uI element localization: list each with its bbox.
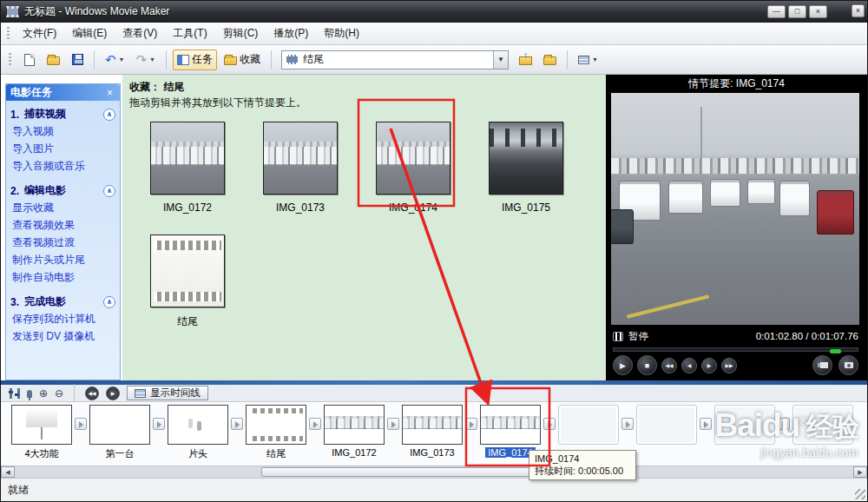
forward-button[interactable]: ▶▶ [721,358,737,373]
back-button[interactable]: ◀◀ [661,358,677,373]
section-number: 1. [10,109,19,121]
van-shape [710,179,740,207]
clip-label: 结尾 [266,448,286,459]
timeline-toolbar: ⊕ ⊖ ◀◀ ▶ 显示时间线 [1,385,867,402]
seek-bar[interactable] [613,347,858,352]
storyboard-empty-slot[interactable] [558,405,619,445]
menu-item-view[interactable]: 查看(V) [115,23,165,44]
link-save-to-computer[interactable]: 保存到我的计算机 [12,312,115,327]
van-shape [779,181,809,215]
link-import-video[interactable]: 导入视频 [12,124,115,139]
storyboard-empty-slot[interactable] [792,405,853,445]
camera-icon [845,362,853,368]
storyboard-clip-3[interactable]: 片头 [168,405,228,460]
minimize-button[interactable]: — [767,5,786,18]
audio-levels-icon[interactable] [10,388,20,399]
transition-cell[interactable] [231,418,243,430]
empty-clip-slot [636,405,697,445]
transition-cell[interactable] [543,418,556,430]
narrate-timeline-icon[interactable] [27,390,32,398]
collection-dropdown[interactable]: 结尾 ▼ [281,50,509,69]
zoom-in-icon[interactable]: ⊕ [39,387,48,400]
collections-toggle-button[interactable]: 收藏 [220,50,265,70]
scroll-left-icon[interactable]: ◀ [1,466,15,478]
storyboard-clip-4[interactable]: 结尾 [246,405,306,460]
panel-close-icon[interactable]: × [104,87,115,99]
open-project-button[interactable] [43,50,64,70]
storyboard-clip-img-0173[interactable]: IMG_0173 [402,405,463,458]
play-storyboard-button[interactable]: ▶ [106,386,120,400]
next-frame-button[interactable]: ▶ [701,358,717,373]
close-button[interactable]: × [809,5,827,18]
menu-item-play[interactable]: 播放(P) [266,23,316,44]
movie-maker-window: 无标题 - Windows Movie Maker — □ × × 文件(F) … [0,0,868,502]
clip-thumbnail [150,234,225,307]
show-timeline-button[interactable]: 显示时间线 [127,386,208,400]
titlebar-extra-close-button[interactable]: × [852,4,865,17]
storyboard-clip-img-0172[interactable]: IMG_0172 [324,405,385,458]
transition-cell[interactable] [153,418,165,430]
storyboard-clip-1[interactable]: 4大功能 [11,405,72,460]
views-dropdown-icon: ▼ [592,56,598,63]
maximize-button[interactable]: □ [788,5,806,18]
window-controls: — □ × [767,5,827,18]
link-show-collections[interactable]: 显示收藏 [12,201,115,215]
status-text: 就绪 [8,483,29,498]
collection-item-img-0175[interactable]: IMG_0175 [489,122,563,214]
transition-cell[interactable] [309,418,321,430]
menu-item-file[interactable]: 文件(F) [15,23,64,44]
take-picture-button[interactable] [838,355,858,375]
tasks-toggle-button[interactable]: 任务 [173,50,217,70]
open-folder-icon [47,56,60,65]
views-grid-icon [578,56,589,64]
zoom-out-icon[interactable]: ⊖ [55,387,63,400]
views-button[interactable]: ▼ [574,50,602,70]
transition-cell[interactable] [75,418,87,430]
storyboard-empty-slot[interactable] [714,405,775,445]
transition-cell[interactable] [621,418,634,430]
horizontal-scrollbar[interactable]: ◀ ▶ [1,466,867,478]
menu-item-edit[interactable]: 编辑(E) [64,23,115,44]
collection-item-img-0174[interactable]: IMG_0174 [376,122,450,214]
collection-dropdown-arrow[interactable]: ▼ [493,51,508,69]
link-import-audio[interactable]: 导入音频或音乐 [12,159,115,174]
clip-label: IMG_0175 [489,201,563,214]
collection-item-credits[interactable]: 结尾 [150,234,225,329]
transition-cell[interactable] [387,418,399,430]
split-clip-button[interactable] [812,355,832,375]
transition-cell[interactable] [465,418,477,430]
scrollbar-thumb[interactable] [261,467,556,477]
resize-grip[interactable] [855,489,865,499]
storyboard-clip-2[interactable]: 第一台 [89,405,150,460]
collapse-chevron-icon[interactable]: ∧ [103,185,115,197]
menu-item-help[interactable]: 帮助(H) [316,23,367,44]
menu-item-tools[interactable]: 工具(T) [165,23,214,44]
collection-item-img-0173[interactable]: IMG_0173 [263,122,338,214]
link-make-titles-credits[interactable]: 制作片头或片尾 [12,253,115,268]
collection-item-img-0172[interactable]: IMG_0172 [150,122,225,214]
play-button[interactable]: ▶ [613,355,633,375]
link-make-automovie[interactable]: 制作自动电影 [12,270,115,285]
transition-cell[interactable] [778,418,790,430]
previous-frame-button[interactable]: ◀ [681,358,697,373]
link-view-video-effects[interactable]: 查看视频效果 [12,218,115,233]
link-send-to-dv[interactable]: 发送到 DV 摄像机 [12,329,115,344]
link-view-video-transitions[interactable]: 查看视频过渡 [12,235,115,250]
undo-icon: ↶ [105,53,116,66]
new-collection-folder-button[interactable] [539,50,561,70]
link-import-pictures[interactable]: 导入图片 [12,142,115,156]
save-project-button[interactable] [67,50,88,70]
scroll-right-icon[interactable]: ▶ [853,466,867,478]
storyboard-empty-slot[interactable] [636,405,697,445]
undo-button[interactable]: ↶▼ [101,50,129,70]
redo-button[interactable]: ↷▼ [132,50,161,70]
menu-item-clip[interactable]: 剪辑(C) [215,23,266,44]
stop-button[interactable]: ■ [637,355,657,375]
collapse-chevron-icon[interactable]: ∧ [103,296,115,308]
up-one-level-button[interactable] [515,50,536,70]
new-project-button[interactable] [19,50,40,70]
transition-cell[interactable] [700,418,712,430]
collapse-chevron-icon[interactable]: ∧ [103,109,115,121]
playback-controls: ▶ ■ ◀◀ ◀ ▶ ▶▶ [613,353,858,378]
rewind-storyboard-button[interactable]: ◀◀ [85,386,99,400]
